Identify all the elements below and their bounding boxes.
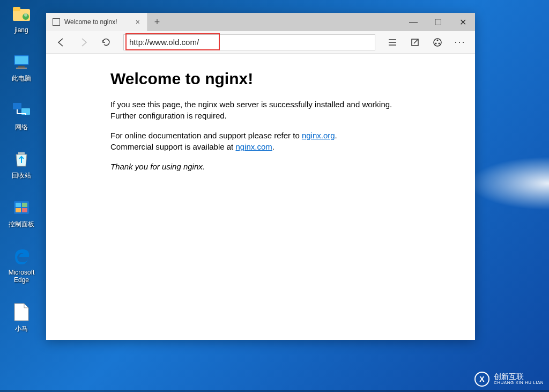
- svg-point-24: [437, 39, 439, 41]
- arrow-right-icon: [79, 38, 88, 47]
- desktop-icon-label: 控制面板: [9, 220, 34, 228]
- share-icon: [432, 37, 443, 48]
- page-thankyou: Thank you for using nginx.: [110, 161, 411, 172]
- page-paragraph-2: For online documentation and support ple…: [110, 130, 411, 152]
- svg-rect-8: [13, 103, 21, 109]
- desktop-icon-recycle-bin[interactable]: 回收站: [3, 148, 40, 179]
- maximize-button[interactable]: ☐: [426, 13, 450, 31]
- file-icon: [11, 301, 32, 323]
- desktop-icon-this-pc[interactable]: 此电脑: [3, 51, 40, 82]
- nginx-org-link[interactable]: nginx.org: [302, 131, 335, 140]
- forward-button[interactable]: [74, 33, 93, 52]
- svg-point-3: [24, 13, 27, 17]
- user-folder-icon: [11, 3, 32, 24]
- tab-close-button[interactable]: ×: [132, 18, 143, 26]
- reading-view-button[interactable]: [383, 33, 402, 52]
- arrow-left-icon: [56, 38, 66, 47]
- window-controls: — ☐ ✕: [401, 13, 475, 31]
- svg-point-25: [435, 42, 437, 44]
- refresh-button[interactable]: [97, 33, 116, 52]
- tab-bar: Welcome to nginx! × + — ☐ ✕: [46, 13, 475, 31]
- address-bar[interactable]: [123, 34, 375, 50]
- desktop-icon-label: Microsoft Edge: [3, 269, 40, 284]
- desktop-icon-label: 回收站: [12, 172, 31, 179]
- svg-rect-5: [15, 56, 28, 64]
- web-notes-button[interactable]: [405, 33, 425, 52]
- desktop-icon-file[interactable]: 小马: [3, 301, 40, 332]
- more-icon: ···: [454, 36, 465, 48]
- watermark-logo: X 创新互联 CHUANG XIN HU LIAN: [474, 372, 544, 387]
- browser-toolbar: ···: [46, 31, 475, 54]
- pen-icon: [410, 38, 420, 47]
- svg-rect-13: [18, 152, 25, 154]
- nginx-com-link[interactable]: nginx.com: [235, 142, 272, 151]
- desktop-icons-column: jiang 此电脑 网络 回收站 控制面板 Microsoft Edge 小: [3, 3, 40, 332]
- control-panel-icon: [11, 197, 32, 218]
- desktop-icon-jiang[interactable]: jiang: [3, 3, 40, 34]
- more-button[interactable]: ···: [450, 33, 470, 52]
- url-input[interactable]: [124, 35, 375, 50]
- browser-tab-active[interactable]: Welcome to nginx! ×: [46, 13, 148, 31]
- page-heading: Welcome to nginx!: [110, 70, 411, 88]
- desktop-icon-edge[interactable]: Microsoft Edge: [3, 245, 40, 284]
- page-favicon-icon: [53, 18, 60, 26]
- taskbar[interactable]: [0, 390, 549, 392]
- watermark-subtext: CHUANG XIN HU LIAN: [494, 381, 544, 386]
- share-button[interactable]: [428, 33, 447, 52]
- page-paragraph-1: If you see this page, the nginx web serv…: [110, 99, 411, 121]
- desktop-icon-control-panel[interactable]: 控制面板: [3, 197, 40, 228]
- desktop-icon-network[interactable]: 网络: [3, 100, 40, 131]
- tab-title: Welcome to nginx!: [64, 18, 117, 26]
- svg-rect-17: [16, 208, 21, 212]
- desktop-icon-label: 网络: [15, 123, 28, 131]
- refresh-icon: [101, 38, 111, 47]
- new-tab-button[interactable]: +: [148, 13, 166, 31]
- network-icon: [11, 100, 32, 121]
- edge-browser-icon: [11, 245, 32, 267]
- svg-rect-1: [13, 7, 20, 11]
- back-button[interactable]: [51, 33, 71, 52]
- svg-rect-7: [16, 68, 27, 69]
- watermark-badge-icon: X: [474, 372, 489, 387]
- edge-browser-window: Welcome to nginx! × + — ☐ ✕: [46, 13, 475, 340]
- svg-point-26: [439, 42, 440, 44]
- svg-rect-18: [22, 208, 27, 212]
- svg-rect-16: [22, 203, 27, 207]
- close-window-button[interactable]: ✕: [450, 13, 475, 31]
- desktop-icon-label: jiang: [14, 26, 28, 34]
- page-content-area: Welcome to nginx! If you see this page, …: [46, 54, 475, 340]
- svg-rect-15: [16, 203, 21, 207]
- desktop-light-effect: [469, 157, 549, 210]
- reading-list-icon: [388, 39, 397, 46]
- desktop-icon-label: 此电脑: [12, 75, 31, 82]
- svg-rect-6: [18, 66, 25, 68]
- minimize-button[interactable]: —: [401, 13, 426, 31]
- this-pc-icon: [11, 51, 32, 72]
- desktop-icon-label: 小马: [15, 325, 28, 332]
- watermark-text: 创新互联: [494, 373, 544, 381]
- recycle-bin-icon: [11, 148, 32, 169]
